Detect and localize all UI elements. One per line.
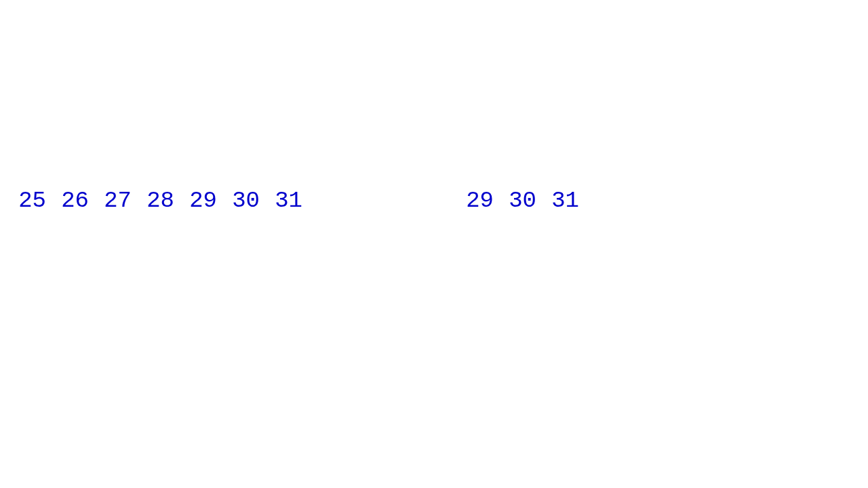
calendar-cell — [665, 186, 707, 216]
python-shell-output[interactable]: 25262728293031 293031 October November M… — [0, 0, 868, 488]
calendar-cell — [579, 186, 622, 216]
calendar-cell — [707, 186, 750, 216]
calendar-cell: 28 — [132, 186, 174, 216]
calendar-cell: 30 — [494, 186, 536, 216]
calendar-cell: 27 — [89, 186, 132, 216]
calendar-partial-row: 25262728293031 293031 — [12, 126, 856, 275]
calendar-cell: 26 — [46, 186, 89, 216]
calendar-cell: 31 — [260, 186, 302, 216]
calendar-cell: 30 — [217, 186, 260, 216]
calendar-cell: 25 — [12, 186, 46, 216]
calendar-cell — [622, 186, 665, 216]
calendar-cell: 31 — [536, 186, 579, 216]
calendar-cell: 29 — [460, 186, 494, 216]
calendar-cell: 29 — [174, 186, 217, 216]
